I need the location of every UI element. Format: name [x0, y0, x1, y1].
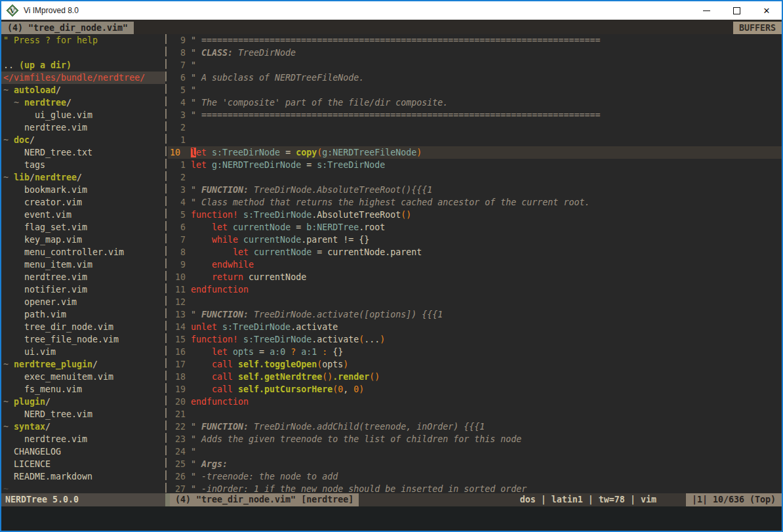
code-line[interactable]: 1let g:NERDTreeDirNode = s:TreeDirNode	[168, 159, 782, 171]
tree-item[interactable]: ~ nerdtree_plugin/	[1, 358, 165, 371]
syntax-span: s:TreeDirNode	[222, 322, 291, 332]
code-line[interactable]: 27" -inOrder: 1 if the new node should b…	[168, 483, 782, 493]
code-line[interactable]: 22" FUNCTION: TreeDirNode.addChild(treen…	[168, 420, 782, 433]
tree-item[interactable]: ~ syntax/	[1, 420, 165, 433]
code-line[interactable]: 26" -treenode: the node to add	[168, 470, 782, 483]
code-line[interactable]: 24"	[168, 445, 782, 458]
code-text: call self.toggleOpen(opts)	[186, 358, 348, 371]
tree-item[interactable]: " Press ? for help	[1, 34, 165, 47]
code-line[interactable]: 7 while currentNode.parent != {}	[168, 234, 782, 246]
close-button[interactable]: ✕	[752, 1, 782, 20]
code-line[interactable]: 4" Class method that returns the highest…	[168, 196, 782, 209]
code-line[interactable]: 9" =====================================…	[168, 34, 782, 47]
code-line[interactable]: 5"	[168, 84, 782, 96]
code-line[interactable]: 21	[168, 408, 782, 420]
code-line[interactable]: 6 let currentNode = b:NERDTree.root	[168, 221, 782, 234]
syntax-span: " The 'composite' part of the file/dir c…	[191, 98, 448, 108]
code-line[interactable]: 12	[168, 296, 782, 308]
maximize-button[interactable]	[721, 1, 752, 20]
tree-item[interactable]: .. (up a dir)	[1, 59, 165, 72]
code-line[interactable]: 3" FUNCTION: TreeDirNode.AbsoluteTreeRoo…	[168, 184, 782, 196]
minimize-button[interactable]	[691, 1, 721, 20]
tree-item[interactable]: ~	[1, 483, 165, 493]
code-line[interactable]: 3" =====================================…	[168, 109, 782, 121]
tree-item[interactable]: notifier.vim	[1, 283, 165, 296]
code-line[interactable]: 15function! s:TreeDirNode.activate(...)	[168, 333, 782, 346]
tree-item[interactable]: nerdtree.vim	[1, 121, 165, 134]
syntax-span: CLASS:	[201, 48, 233, 58]
code-line[interactable]: 11endfunction	[168, 283, 782, 296]
syntax-span: ~	[3, 396, 14, 408]
tree-item[interactable]: ui_glue.vim	[1, 109, 165, 121]
code-line-current[interactable]: 10let s:TreeDirNode = copy(g:NERDTreeFil…	[168, 146, 782, 159]
tree-item[interactable]: bookmark.vim	[1, 184, 165, 196]
syntax-span: et	[196, 148, 207, 157]
syntax-span: plugin	[14, 396, 45, 408]
code-line[interactable]: 7"	[168, 59, 782, 72]
line-number: 14	[168, 321, 186, 333]
tree-item[interactable]: menu_item.vim	[1, 258, 165, 271]
code-text: " CLASS: TreeDirNode	[186, 47, 296, 59]
active-buffer-tab[interactable]: (4) "tree_dir_node.vim"	[1, 22, 134, 34]
code-line[interactable]: 9 endwhile	[168, 258, 782, 271]
tree-item[interactable]: CHANGELOG	[1, 445, 165, 458]
code-line[interactable]: 17 call self.toggleOpen(opts)	[168, 358, 782, 371]
tree-item[interactable]: flag_set.vim	[1, 221, 165, 234]
tree-item[interactable]: ~ lib/nerdtree/	[1, 171, 165, 184]
tree-item[interactable]: path.vim	[1, 308, 165, 321]
code-line[interactable]: 5function! s:TreeDirNode.AbsoluteTreeRoo…	[168, 209, 782, 221]
tree-item[interactable]: opener.vim	[1, 296, 165, 308]
tree-item[interactable]: ui.vim	[1, 346, 165, 358]
tree-item[interactable]: key_map.vim	[1, 234, 165, 246]
tree-item[interactable]: event.vim	[1, 209, 165, 221]
tree-item[interactable]: nerdtree.vim	[1, 271, 165, 283]
command-line[interactable]	[1, 506, 782, 531]
line-number: 16	[168, 346, 186, 358]
tree-item[interactable]: menu_controller.vim	[1, 246, 165, 258]
code-line[interactable]: 10 return currentNode	[168, 271, 782, 283]
code-line[interactable]: 19 call self.putCursorHere(0, 0)	[168, 383, 782, 396]
syntax-span: " -treenode: the node to add	[191, 472, 338, 481]
tree-item-selected[interactable]: </vimfiles/bundle/nerdtree/	[1, 72, 165, 84]
tree-item[interactable]: fs_menu.vim	[1, 383, 165, 396]
code-line[interactable]: 13" FUNCTION: TreeDirNode.activate([opti…	[168, 308, 782, 321]
tree-item[interactable]: NERD_tree.vim	[1, 408, 165, 420]
tree-item[interactable]: ~ nerdtree/	[1, 96, 165, 109]
tree-item[interactable]: exec_menuitem.vim	[1, 371, 165, 383]
code-line[interactable]: 14unlet s:TreeDirNode.activate	[168, 321, 782, 333]
tree-item[interactable]: ~ plugin/	[1, 396, 165, 408]
syntax-span: "	[191, 48, 201, 58]
syntax-span: .render	[332, 372, 369, 382]
tree-item[interactable]: ~ autoload/	[1, 84, 165, 96]
code-line[interactable]: 16 let opts = a:0 ? a:1 : {}	[168, 346, 782, 358]
line-number: 8	[168, 246, 186, 258]
syntax-span	[191, 372, 212, 382]
tree-item[interactable]: README.markdown	[1, 470, 165, 483]
code-line[interactable]: 2	[168, 171, 782, 184]
syntax-span	[191, 260, 212, 270]
code-line[interactable]: 23" Adds the given treenode to the list …	[168, 433, 782, 445]
tree-item[interactable]: ~ doc/	[1, 134, 165, 146]
tree-item[interactable]: tree_file_node.vim	[1, 333, 165, 346]
tree-item[interactable]: nerdtree.vim	[1, 433, 165, 445]
syntax-span: =	[301, 160, 317, 170]
tree-item[interactable]	[1, 47, 165, 59]
code-line[interactable]: 8 let currentNode = currentNode.parent	[168, 246, 782, 258]
syntax-span: syntax	[14, 420, 45, 433]
tree-item[interactable]: tags	[1, 159, 165, 171]
tree-item[interactable]: tree_dir_node.vim	[1, 321, 165, 333]
code-line[interactable]: 6" A subclass of NERDTreeFileNode.	[168, 72, 782, 84]
syntax-span: nerdtree.vim	[3, 121, 87, 134]
code-line[interactable]: 2	[168, 121, 782, 134]
syntax-span: l	[191, 148, 196, 157]
code-line[interactable]: 4" The 'composite' part of the file/dir …	[168, 96, 782, 109]
code-line[interactable]: 20endfunction	[168, 396, 782, 408]
syntax-span: nerdtree_plugin	[14, 358, 92, 371]
code-line[interactable]: 1	[168, 134, 782, 146]
code-line[interactable]: 18 call self.getNerdtree().render()	[168, 371, 782, 383]
tree-item[interactable]: LICENCE	[1, 458, 165, 470]
code-line[interactable]: 8" CLASS: TreeDirNode	[168, 47, 782, 59]
tree-item[interactable]: NERD_tree.txt	[1, 146, 165, 159]
tree-item[interactable]: creator.vim	[1, 196, 165, 209]
code-line[interactable]: 25" Args:	[168, 458, 782, 470]
